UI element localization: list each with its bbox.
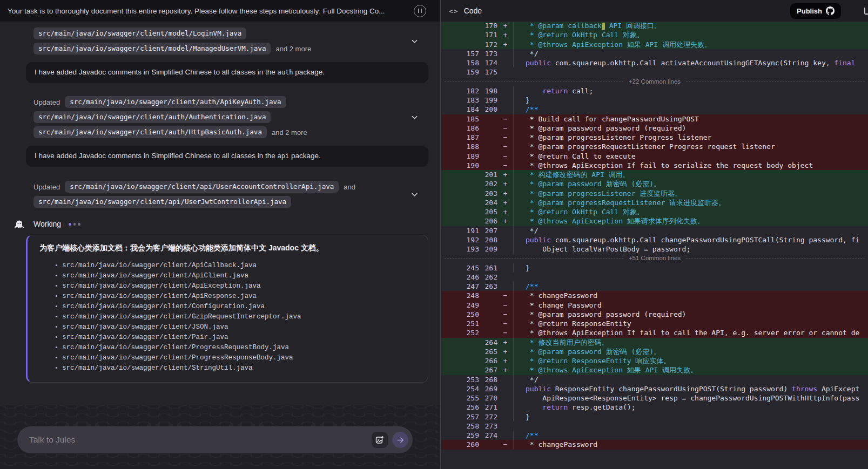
new-line-number: 208 bbox=[479, 235, 497, 244]
change-marker: − bbox=[497, 133, 513, 142]
code-line: * @throws ApiException 如果 API 调用处理失败。 bbox=[513, 40, 868, 49]
change-marker: + bbox=[497, 338, 513, 347]
message-text: I have added Javadoc comments in Simplif… bbox=[35, 152, 278, 160]
old-line-number: 157 bbox=[441, 49, 479, 58]
new-line-number: 268 bbox=[479, 375, 497, 384]
diff-row-context: 257272} bbox=[441, 412, 868, 422]
card-file-item: src/main/java/io/swagger/client/Progress… bbox=[55, 343, 418, 353]
change-marker: − bbox=[497, 291, 513, 300]
attach-image-button[interactable] bbox=[372, 432, 388, 448]
code-header: <> Code Publish bbox=[441, 0, 868, 22]
old-line-number: 185 bbox=[441, 114, 479, 124]
updated-label: Updated bbox=[33, 98, 60, 106]
code-line: */ bbox=[513, 226, 868, 235]
more-files-label[interactable]: and 2 more bbox=[272, 128, 307, 137]
file-chip[interactable]: src/main/java/io/swagger/client/auth/Api… bbox=[65, 96, 286, 108]
diff-row-added: 264+ * 修改当前用户的密码。 bbox=[441, 338, 868, 347]
diff-row-context: 245261} bbox=[441, 263, 868, 273]
code-line: * @param password password (required) bbox=[513, 124, 868, 133]
diff-row-context: 246262 bbox=[441, 273, 868, 282]
chevron-down-icon[interactable] bbox=[409, 36, 420, 46]
new-line-number: 261 bbox=[479, 263, 497, 273]
old-line-number: 247 bbox=[441, 282, 479, 291]
old-line-number: 260 bbox=[441, 440, 479, 449]
card-file-item: src/main/java/io/swagger/client/GzipRequ… bbox=[55, 312, 418, 322]
old-line-number: 246 bbox=[441, 273, 479, 282]
divider-dash bbox=[445, 258, 623, 259]
file-chip[interactable]: src/main/java/io/swagger/client/auth/Htt… bbox=[33, 126, 267, 138]
code-line: * @param progressListener Progress liste… bbox=[513, 133, 868, 142]
code-line: * @throws ApiException 如果 API 调用失败。 bbox=[513, 365, 868, 375]
new-line-number: 202 bbox=[479, 179, 497, 188]
working-status: Working bbox=[33, 220, 428, 228]
file-chip[interactable]: src/main/java/io/swagger/client/model/Ma… bbox=[33, 43, 271, 55]
diff-row-removed: 260− * changePassword bbox=[441, 440, 868, 449]
expand-panel-icon[interactable] bbox=[864, 8, 868, 15]
old-line-number: 253 bbox=[441, 375, 479, 384]
file-group-auth: Updated src/main/java/io/swagger/client/… bbox=[33, 96, 428, 138]
card-file-item: src/main/java/io/swagger/client/JSON.jav… bbox=[55, 322, 418, 332]
chevron-down-icon[interactable] bbox=[409, 112, 420, 123]
diff-row-added: 201+ * 构建修改密码的 API 调用。 bbox=[441, 170, 868, 179]
change-marker: − bbox=[497, 161, 513, 170]
new-line-number: 203 bbox=[479, 189, 497, 198]
new-line-number: 262 bbox=[479, 273, 497, 282]
divider-dash bbox=[686, 258, 865, 259]
new-line-number: 170 bbox=[479, 22, 497, 30]
file-chip[interactable]: src/main/java/io/swagger/client/model/Lo… bbox=[33, 28, 246, 39]
change-marker: + bbox=[497, 207, 513, 216]
diff-row-removed: 185− * Build call for changePasswordUsin… bbox=[441, 114, 868, 124]
new-line-number: 173 bbox=[479, 49, 497, 58]
code-line: * @param progressListener 进度监听器。 bbox=[513, 189, 868, 198]
chat-input[interactable] bbox=[29, 435, 372, 445]
change-marker: + bbox=[497, 365, 513, 375]
diff-viewer[interactable]: 170+ * @param callback API 回调接口。171+ * @… bbox=[441, 22, 868, 469]
change-marker: + bbox=[497, 179, 513, 188]
diff-row-context: 253268 */ bbox=[441, 375, 868, 384]
change-marker: + bbox=[497, 198, 513, 207]
new-line-number: 172 bbox=[479, 40, 497, 49]
chevron-down-icon[interactable] bbox=[409, 189, 420, 200]
card-file-item: src/main/java/io/swagger/client/Progress… bbox=[55, 353, 418, 363]
change-marker: + bbox=[497, 22, 513, 30]
code-line: * @param progressRequestListener 请求进度监听器… bbox=[513, 198, 868, 207]
card-file-item: src/main/java/io/swagger/client/ApiRespo… bbox=[55, 291, 418, 302]
diff-row-removed: 187− * @param progressListener Progress … bbox=[441, 133, 868, 142]
more-files-label[interactable]: and 2 more bbox=[275, 45, 311, 53]
diff-row-context: 182198 return call; bbox=[441, 86, 868, 96]
old-line-number: 251 bbox=[441, 319, 479, 328]
inline-code: auth bbox=[278, 69, 293, 76]
publish-label: Publish bbox=[797, 7, 822, 15]
diff-row-removed: 189− * @return Call to execute bbox=[441, 152, 868, 161]
common-lines-divider: +51 Common lines bbox=[441, 254, 868, 263]
publish-button[interactable]: Publish bbox=[790, 3, 841, 19]
old-line-number: 257 bbox=[441, 412, 479, 422]
old-line-number: 245 bbox=[441, 263, 479, 273]
code-line: /** bbox=[513, 282, 868, 291]
file-chip[interactable]: src/main/java/io/swagger/client/api/User… bbox=[33, 196, 291, 208]
diff-row-removed: 249− * change Password bbox=[441, 301, 868, 310]
send-button[interactable] bbox=[392, 432, 408, 448]
new-line-number: 171 bbox=[479, 30, 497, 39]
pause-button[interactable] bbox=[414, 5, 426, 17]
code-line: * @param password 新密码 (必需)。 bbox=[513, 179, 868, 188]
change-marker: − bbox=[497, 142, 513, 151]
new-line-number: 175 bbox=[479, 67, 497, 77]
file-group-model: src/main/java/io/swagger/client/model/Lo… bbox=[33, 28, 428, 55]
file-chip[interactable]: src/main/java/io/swagger/client/api/User… bbox=[65, 181, 339, 193]
message-text: package. bbox=[289, 152, 321, 160]
code-line: * @return ResponseEntity bbox=[513, 319, 868, 328]
diff-row-context: 254269public ResponseEntity changePasswo… bbox=[441, 384, 868, 393]
code-line: * @return Call to execute bbox=[513, 152, 868, 161]
new-line-number: 201 bbox=[479, 170, 497, 179]
change-marker: − bbox=[497, 319, 513, 328]
diff-row-added: 171+ * @return OkHttp Call 对象。 bbox=[441, 30, 868, 39]
working-label: Working bbox=[33, 220, 61, 228]
file-chip[interactable]: src/main/java/io/swagger/client/auth/Aut… bbox=[33, 111, 271, 123]
diff-row-context: 192208public com.squareup.okhttp.Call ch… bbox=[441, 235, 868, 244]
old-line-number: 190 bbox=[441, 161, 479, 170]
message-text: package. bbox=[293, 68, 325, 76]
change-marker: + bbox=[497, 216, 513, 226]
diff-row-removed: 190− * @throws ApiException If fail to s… bbox=[441, 161, 868, 170]
chat-scroll-area[interactable]: src/main/java/io/swagger/client/model/Lo… bbox=[0, 22, 440, 469]
